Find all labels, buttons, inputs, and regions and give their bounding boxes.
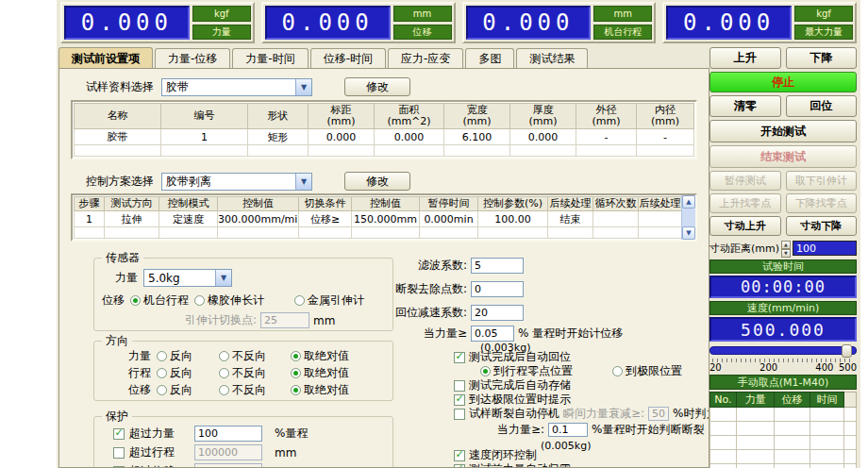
- checkbox-icon[interactable]: [113, 447, 125, 459]
- option-absolute[interactable]: 取绝对值: [291, 382, 349, 398]
- checkbox-icon[interactable]: [454, 409, 465, 420]
- tab-multi-plot[interactable]: 多图: [465, 48, 514, 69]
- option-no-reverse[interactable]: 不反向: [219, 365, 291, 381]
- speed-slider[interactable]: [709, 344, 857, 358]
- jog-distance-spinner[interactable]: ▲▼: [781, 241, 791, 256]
- displacement-display: 0.000: [265, 6, 391, 40]
- radio-icon[interactable]: [219, 351, 229, 361]
- pause-test-button[interactable]: 暂停测试: [709, 171, 781, 191]
- tab-force-displacement[interactable]: 力量-位移: [155, 48, 230, 69]
- points-scrollbar-stub[interactable]: [844, 393, 857, 408]
- control-plan-row[interactable]: 1 拉伸 定速度 300.000mm/min 位移≥ 150.000mm 0.0…: [75, 211, 682, 227]
- points-row: [710, 408, 857, 422]
- radio-icon[interactable]: [294, 295, 305, 306]
- sample-table-row[interactable]: 胶带 1 矩形 0.000 0.000 6.100 0.000 - -: [75, 129, 694, 145]
- over-displacement-label: 超过位移: [129, 463, 190, 468]
- radio-icon[interactable]: [219, 385, 229, 395]
- option-reverse[interactable]: 反向: [157, 348, 219, 364]
- radio-icon[interactable]: [612, 366, 623, 376]
- over-force-label: 超过力量: [129, 426, 190, 442]
- filter-coef-input[interactable]: 5: [471, 258, 524, 274]
- checkbox-checked-icon[interactable]: [454, 352, 465, 363]
- radio-icon[interactable]: [157, 351, 167, 361]
- down-button[interactable]: 下降: [786, 47, 858, 69]
- col-name: 名称: [75, 104, 161, 129]
- checkbox-checked-icon[interactable]: [454, 464, 465, 468]
- scroll-down-icon[interactable]: ▼: [682, 226, 695, 240]
- up-find-zero-button[interactable]: 上升找零点: [709, 193, 781, 213]
- up-button[interactable]: 上升: [709, 47, 781, 69]
- sample-select-label: 试样资料选择: [86, 79, 154, 95]
- radio-icon[interactable]: [157, 368, 167, 378]
- ext-switch-input[interactable]: 25: [260, 312, 309, 328]
- spinner-up-icon[interactable]: ▲: [781, 241, 791, 249]
- test-time-header: 试验时间: [709, 259, 857, 274]
- option-limit-position[interactable]: 到极限位置: [612, 363, 682, 379]
- cell: [775, 464, 810, 468]
- sample-select[interactable]: 胶带 ▼: [161, 78, 312, 96]
- control-plan-modify-button[interactable]: 修改: [344, 172, 410, 191]
- clear-zero-button[interactable]: 清零: [709, 95, 781, 117]
- control-plan-select[interactable]: 胶带剥离 ▼: [161, 173, 312, 191]
- tab-displacement-time[interactable]: 位移-时间: [310, 48, 386, 69]
- pretest-settings-panel: 试样资料选择 胶带 ▼ 修改 名称 编号 形状 标距(mm) 面积(mm^2) …: [58, 68, 709, 468]
- option-no-reverse[interactable]: 不反向: [219, 382, 291, 398]
- disp-start-input[interactable]: 0.05: [471, 326, 514, 342]
- tab-test-results[interactable]: 测试结果: [516, 48, 588, 69]
- break-judge-input[interactable]: 0.1: [548, 423, 588, 437]
- option-reverse[interactable]: 反向: [157, 382, 219, 398]
- cell: -: [637, 129, 694, 145]
- checkbox-checked-icon[interactable]: [113, 428, 125, 440]
- radio-on-icon[interactable]: [291, 351, 301, 361]
- tab-pretest-settings[interactable]: 测试前设置项: [58, 47, 153, 69]
- force-display-labels: kgf 力量: [192, 6, 251, 40]
- radio-on-icon[interactable]: [480, 366, 491, 376]
- radio-on-icon[interactable]: [291, 385, 301, 395]
- spinner-down-icon[interactable]: ▼: [781, 249, 791, 258]
- radio-icon[interactable]: [157, 385, 167, 395]
- slider-thumb[interactable]: [842, 344, 852, 358]
- return-decel-input[interactable]: 20: [471, 305, 524, 321]
- down-find-zero-button[interactable]: 下降找零点: [786, 193, 858, 213]
- slider-track[interactable]: [709, 346, 857, 355]
- radio-on-icon[interactable]: [130, 295, 141, 306]
- checkbox-icon[interactable]: [454, 380, 465, 392]
- start-test-button[interactable]: 开始测试: [709, 120, 857, 142]
- radio-icon[interactable]: [194, 295, 205, 306]
- option-reverse[interactable]: 反向: [157, 365, 219, 381]
- option-machine-stroke[interactable]: 机台行程: [130, 292, 189, 309]
- jog-down-button[interactable]: 寸动下降: [786, 216, 858, 236]
- tab-stress-strain[interactable]: 应力-应变: [388, 48, 463, 69]
- radio-on-icon[interactable]: [291, 368, 301, 378]
- return-button[interactable]: 回位: [786, 95, 858, 117]
- break-remove-input[interactable]: 0: [471, 281, 524, 297]
- option-rubber-extensometer[interactable]: 橡胶伸长计: [194, 292, 264, 309]
- jog-up-button[interactable]: 寸动上升: [709, 216, 781, 236]
- option-absolute[interactable]: 取绝对值: [291, 348, 349, 364]
- over-displacement-input[interactable]: 100000: [194, 463, 262, 468]
- sample-select-row: 试样资料选择 胶带 ▼ 修改: [86, 77, 410, 96]
- stop-button[interactable]: 停止: [709, 72, 857, 92]
- sample-modify-button[interactable]: 修改: [344, 77, 410, 96]
- radio-icon[interactable]: [219, 368, 229, 378]
- tab-force-time[interactable]: 力量-时间: [232, 48, 308, 69]
- stroke-direction-row: 行程 反向 不反向 取绝对值: [128, 365, 349, 381]
- cell: [309, 145, 375, 157]
- option-label: 到极限位置: [626, 363, 682, 379]
- checkbox-checked-icon[interactable]: [454, 450, 465, 461]
- cell: [844, 464, 857, 468]
- control-table-scrollbar[interactable]: ▲ ▼: [681, 195, 695, 240]
- jog-distance-input[interactable]: 100: [793, 241, 857, 256]
- remove-extensometer-button[interactable]: 取下引伸计: [786, 171, 858, 191]
- over-force-input[interactable]: 100: [194, 426, 262, 442]
- option-no-reverse[interactable]: 不反向: [219, 348, 291, 364]
- cell: [444, 145, 510, 157]
- over-stroke-input[interactable]: 100000: [194, 444, 262, 460]
- force-display: 0.000: [64, 6, 190, 40]
- break-stop-input[interactable]: 50: [648, 407, 669, 421]
- scroll-up-icon[interactable]: ▲: [682, 195, 695, 209]
- option-absolute[interactable]: 取绝对值: [291, 365, 349, 381]
- force-sensor-select[interactable]: 5.0kg ▼: [143, 269, 232, 287]
- checkbox-checked-icon[interactable]: [454, 394, 465, 406]
- end-test-button[interactable]: 结束测试: [709, 145, 857, 168]
